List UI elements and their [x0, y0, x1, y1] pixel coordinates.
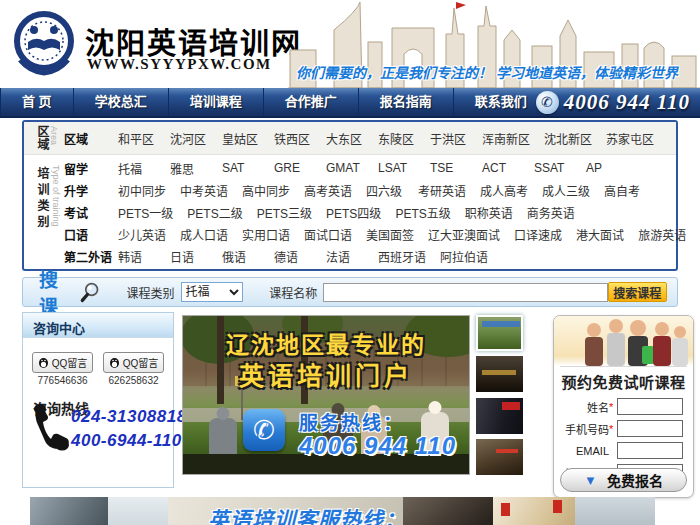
- form-field-label: 姓名: [587, 399, 609, 415]
- filter-row-second-language: 第二外语 韩语日语俄语德语法语西班牙语阿拉伯语: [24, 245, 676, 267]
- filter-link[interactable]: 成人高考: [480, 182, 528, 199]
- form-field-row: 手机号码 *: [554, 420, 693, 437]
- nav-item[interactable]: 合作推广: [263, 88, 358, 116]
- qq-message-button[interactable]: QQ留言: [32, 352, 94, 373]
- banner-headline-1: 辽沈地区最专业的: [183, 326, 469, 360]
- form-field-input[interactable]: [617, 420, 683, 437]
- filter-link[interactable]: 港大面试: [576, 226, 624, 243]
- filter-link[interactable]: 和平区: [118, 130, 156, 147]
- banner-thumbnail-4[interactable]: [476, 439, 523, 475]
- type-vertical-label: 培训类别: [34, 167, 51, 231]
- filter-link[interactable]: 托福: [118, 160, 156, 177]
- filter-link[interactable]: 旅游英语: [638, 226, 686, 243]
- hotline-number-2: 400-6944-110: [71, 429, 187, 453]
- filter-link[interactable]: ACT: [482, 161, 520, 175]
- filter-link[interactable]: 高考英语: [304, 182, 352, 199]
- filter-link[interactable]: 苏家屯区: [606, 130, 654, 147]
- free-signup-label: 免费报名: [607, 470, 663, 490]
- filter-link[interactable]: 高中同步: [242, 182, 290, 199]
- filter-link[interactable]: 职称英语: [465, 204, 513, 221]
- banner-hotline-label: 服务热线：: [299, 408, 404, 435]
- area-vertical-label-en: Area: [49, 126, 59, 145]
- filter-link[interactable]: 皇姑区: [222, 130, 260, 147]
- filter-link[interactable]: 韩语: [118, 248, 156, 265]
- form-field-input[interactable]: [617, 442, 683, 459]
- course-category-label: 课程类别: [127, 284, 175, 301]
- filter-link[interactable]: 口译速成: [514, 226, 562, 243]
- red-flag: [553, 500, 562, 513]
- consult-center-panel: 咨询中心 QQ留言 776546636: [22, 312, 174, 488]
- filter-link[interactable]: AP: [586, 161, 624, 175]
- nav-phone-block: ✆ 4006 944 110: [536, 88, 690, 116]
- nav-item[interactable]: 学校总汇: [73, 88, 168, 116]
- filter-link[interactable]: 美国面签: [366, 226, 414, 243]
- filter-row-exam: 考试 PETS一级PETS二级PETS三级PETS四级PETS五级职称英语商务英…: [24, 201, 676, 223]
- filter-link[interactable]: SAT: [222, 161, 260, 175]
- banner-thumbnail-3[interactable]: [476, 398, 523, 434]
- filter-link[interactable]: 德语: [274, 248, 312, 265]
- form-field-row: EMAIL: [554, 442, 693, 459]
- filter-link[interactable]: 高自考: [604, 182, 642, 199]
- filter-link[interactable]: 浑南新区: [482, 130, 530, 147]
- filter-link[interactable]: SSAT: [534, 161, 572, 175]
- free-signup-button[interactable]: ▼ 免费报名: [560, 468, 687, 492]
- footer-photo-strip: 英语培训客服热线：: [30, 497, 655, 525]
- filter-link[interactable]: LSAT: [378, 161, 416, 175]
- filter-link[interactable]: 面试口语: [304, 226, 352, 243]
- consult-center-title: 咨询中心: [23, 313, 173, 338]
- filter-link[interactable]: 成人口语: [180, 226, 228, 243]
- footer-photo: [403, 497, 493, 525]
- filter-link[interactable]: 成人三级: [542, 182, 590, 199]
- filter-link[interactable]: 实用口语: [242, 226, 290, 243]
- filter-link[interactable]: 沈河区: [170, 130, 208, 147]
- nav-phone-number: 4006 944 110: [564, 90, 690, 115]
- filter-link[interactable]: 初中同步: [118, 182, 166, 199]
- telephone-handset-icon: [31, 401, 71, 453]
- filter-link[interactable]: GRE: [274, 161, 312, 175]
- qq-message-button[interactable]: QQ留言: [103, 352, 165, 373]
- filter-link[interactable]: 于洪区: [430, 130, 468, 147]
- filter-link[interactable]: 大东区: [326, 130, 364, 147]
- filter-link[interactable]: PETS一级: [118, 204, 173, 221]
- search-icon: [79, 279, 101, 305]
- filter-link[interactable]: 考研英语: [418, 182, 466, 199]
- filter-link[interactable]: 四六级: [366, 182, 404, 199]
- course-name-input[interactable]: [323, 283, 608, 302]
- filter-link[interactable]: 日语: [170, 248, 208, 265]
- filter-link[interactable]: PETS四级: [326, 204, 381, 221]
- form-field-input[interactable]: [617, 398, 683, 415]
- banner-thumbnail-2[interactable]: [476, 356, 523, 392]
- filter-link[interactable]: 铁西区: [274, 130, 312, 147]
- filter-link[interactable]: 商务英语: [527, 204, 575, 221]
- banner-thumbnail-1[interactable]: [476, 315, 523, 351]
- filter-link[interactable]: 俄语: [222, 248, 260, 265]
- search-course-button[interactable]: 搜索课程: [608, 282, 667, 302]
- filter-link[interactable]: 东陵区: [378, 130, 416, 147]
- banner-phone-icon: ✆: [243, 409, 285, 451]
- filter-link[interactable]: 中考英语: [180, 182, 228, 199]
- filter-link[interactable]: 辽大亚澳面试: [428, 226, 500, 243]
- nav-item[interactable]: 联系我们: [453, 88, 548, 116]
- main-banner[interactable]: 辽沈地区最专业的 英语培训门户 ✆ 服务热线： 4006 944 110: [182, 315, 470, 475]
- course-category-select[interactable]: 托福: [181, 282, 244, 302]
- filter-row-label: 第二外语: [64, 248, 118, 265]
- filter-link[interactable]: PETS二级: [187, 204, 242, 221]
- filter-link[interactable]: 沈北新区: [544, 130, 592, 147]
- filter-link[interactable]: 雅思: [170, 160, 208, 177]
- filter-link[interactable]: 西班牙语: [378, 248, 426, 265]
- filter-row-label: 留学: [64, 160, 118, 177]
- filter-link[interactable]: PETS三级: [257, 204, 312, 221]
- filter-link[interactable]: TSE: [430, 161, 468, 175]
- footer-photo: [575, 497, 655, 525]
- filter-link[interactable]: 少儿英语: [118, 226, 166, 243]
- filter-link[interactable]: PETS五级: [395, 204, 450, 221]
- footer-photo: [493, 497, 575, 525]
- course-name-label: 课程名称: [269, 284, 317, 301]
- nav-item[interactable]: 培训课程: [168, 88, 263, 116]
- filter-link[interactable]: GMAT: [326, 161, 364, 175]
- site-url: WWW.SYYYPXW.COM: [87, 56, 272, 73]
- filter-link[interactable]: 阿拉伯语: [440, 248, 488, 265]
- nav-item[interactable]: 报名指南: [358, 88, 453, 116]
- filter-link[interactable]: 法语: [326, 248, 364, 265]
- nav-item[interactable]: 首 页: [0, 88, 73, 116]
